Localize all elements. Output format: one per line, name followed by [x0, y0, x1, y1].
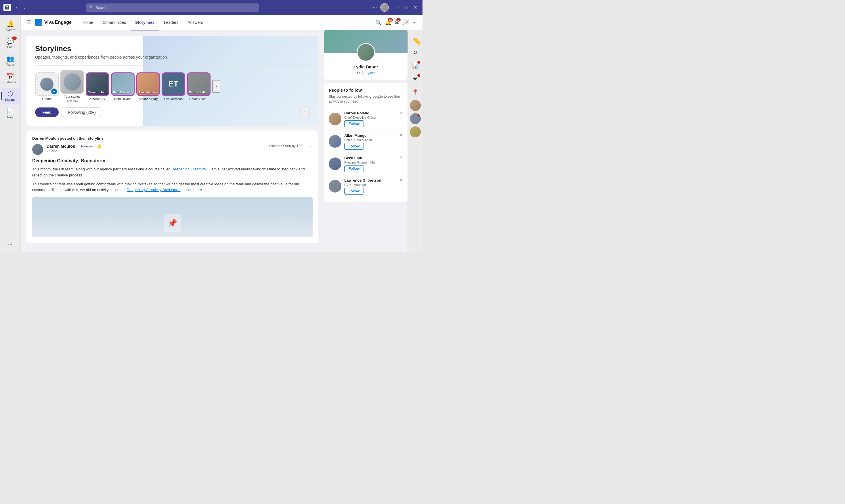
story-your-stories[interactable]: Your stories Just now: [61, 70, 84, 103]
profile-avatar[interactable]: [357, 43, 375, 61]
lawrence-follow-button[interactable]: Follow: [344, 187, 364, 195]
lawrence-avatar[interactable]: [329, 180, 341, 193]
carlos-name: Carlos Slatt...: [189, 91, 208, 94]
post-title: Deepening Creativity: Brainstorm: [32, 158, 313, 163]
chat-badge: 1: [12, 36, 17, 40]
rs-icon-smiley[interactable]: [410, 126, 421, 137]
files-icon: 📄: [6, 108, 14, 115]
rs-icon-group[interactable]: [410, 113, 421, 124]
nav-link-communities[interactable]: Communities: [98, 18, 130, 26]
post-header-poster: Darren Mouton: [32, 136, 59, 141]
profile-storyline-link[interactable]: ⚙ Storyline: [329, 71, 403, 75]
cecil-follow-button[interactable]: Follow: [344, 165, 364, 172]
feed-tab-following[interactable]: Following (20+): [61, 107, 103, 117]
storyline-gear-icon: ⚙: [357, 71, 360, 75]
rs-icon-avatar[interactable]: [410, 100, 421, 111]
main-content: ☰ Viva Engage Home Communities Storyline…: [21, 15, 422, 252]
nav-link-storylines[interactable]: Storylines: [131, 18, 159, 26]
sidebar-more-button[interactable]: ···: [8, 241, 12, 247]
cecil-close-button[interactable]: ✕: [399, 155, 403, 160]
close-button[interactable]: ✕: [412, 4, 419, 11]
post-stats: 1 share • Seen by 139: [268, 144, 302, 148]
allan-role: Senior Data & Appli...: [344, 138, 403, 142]
search-icon-nav[interactable]: 🔍: [375, 19, 382, 25]
people-to-follow-card: People to follow Stay connected by follo…: [324, 83, 408, 202]
person-item-cecil: Cecil Folk Principal Program Ma... Follo…: [329, 153, 403, 175]
post-more-button[interactable]: ⋯: [308, 144, 313, 149]
feed-filter-button[interactable]: ≡: [300, 107, 310, 117]
carole-close-button[interactable]: ✕: [399, 110, 403, 115]
minimize-button[interactable]: −: [395, 4, 401, 11]
post-link-2[interactable]: Deepening Creativity Brainstorm: [127, 187, 180, 192]
chart-badge: [417, 61, 420, 64]
notifications-icon[interactable]: 🔔12: [385, 19, 392, 25]
story-beth[interactable]: Beth Davies Beth Davies: [111, 72, 135, 101]
maximize-button[interactable]: □: [403, 4, 410, 11]
story-eva[interactable]: ET Eva Terrazas: [162, 72, 185, 101]
back-button[interactable]: ‹: [14, 4, 20, 11]
allan-close-button[interactable]: ✕: [399, 133, 403, 137]
profile-banner: [324, 30, 408, 53]
post-link-1[interactable]: Deepening Creativity: [171, 167, 206, 171]
more-options-icon[interactable]: ···: [373, 5, 377, 10]
sidebar-item-chat[interactable]: 1 💬 Chat: [1, 35, 20, 51]
sidebar-item-activity[interactable]: 🔔 Activity: [1, 18, 20, 34]
title-bar-left: T ‹ ›: [3, 4, 28, 11]
lawrence-close-button[interactable]: ✕: [399, 178, 403, 182]
search-icon: 🔍: [89, 5, 94, 10]
rs-icon-chart[interactable]: 📊: [410, 60, 421, 71]
rs-icon-refresh[interactable]: ↻: [410, 47, 421, 58]
left-sidebar: 🔔 Activity 1 💬 Chat 👥 Teams 📅 Calender ⬡…: [0, 15, 21, 252]
analytics-icon[interactable]: 📈: [403, 19, 409, 25]
heart-badge: [417, 74, 420, 77]
rs-icon-finger[interactable]: 👆 👆: [410, 34, 421, 45]
story-create[interactable]: + Create: [35, 72, 59, 101]
sidebar-item-files[interactable]: 📄 Files: [1, 106, 20, 121]
story-cameron[interactable]: Cameron Ev... Cameron Ev...: [86, 72, 109, 101]
post-see-more[interactable]: … see more: [182, 187, 202, 192]
window-controls: − □ ✕: [395, 4, 419, 11]
sidebar-item-teams[interactable]: 👥 Teams: [1, 53, 20, 69]
following-badge: Following: [81, 145, 94, 148]
cecil-avatar[interactable]: [329, 158, 341, 170]
your-stories-circle: [61, 70, 84, 94]
allan-avatar[interactable]: [329, 135, 341, 148]
forward-button[interactable]: ›: [21, 4, 28, 11]
sidebar-item-engage[interactable]: ⬡ Engage: [1, 88, 20, 104]
allan-name: Allan Munger: [344, 133, 403, 138]
rs-icon-pin[interactable]: 📍: [410, 87, 421, 98]
carole-role: Chief Executive Officer: [344, 116, 403, 119]
post-card: Darren Mouton posted on their storyline …: [27, 130, 318, 243]
carole-follow-button[interactable]: Follow: [344, 121, 364, 127]
sidebar-item-calendar[interactable]: 📅 Calender: [1, 70, 20, 86]
search-input[interactable]: [86, 3, 259, 12]
user-avatar-titlebar[interactable]: [380, 3, 389, 12]
teams-icon: 👥: [6, 55, 14, 62]
stories-next-button[interactable]: ›: [212, 80, 220, 92]
messages-icon[interactable]: ✉3: [395, 19, 399, 25]
feed-tab-feed[interactable]: Feed: [35, 107, 59, 117]
allan-follow-button[interactable]: Follow: [344, 143, 364, 150]
post-author-row: Darren Mouton • Following 🔔 2h ago 1 sha…: [32, 144, 313, 155]
nav-link-home[interactable]: Home: [79, 18, 97, 26]
active-indicator: [1, 92, 2, 100]
rs-icon-heart[interactable]: ❤: [410, 74, 421, 85]
notifications-badge: 12: [388, 18, 393, 21]
hamburger-button[interactable]: ☰: [27, 19, 31, 25]
story-carlos[interactable]: Carlos Slatt... Carlos Slatt...: [187, 72, 210, 101]
nav-link-answers[interactable]: Answers: [184, 18, 207, 26]
carole-avatar[interactable]: [329, 113, 341, 125]
post-author-avatar[interactable]: [32, 144, 43, 155]
person-item-lawrence: Lawrence Gilbertson CVP - Manager Follow…: [329, 175, 403, 197]
notification-settings-icon[interactable]: 🔔: [97, 144, 102, 148]
amanda-circle: Amanda Bary: [136, 72, 160, 96]
engage-icon: ⬡: [7, 90, 13, 98]
nav-link-leaders[interactable]: Leaders: [160, 18, 183, 26]
post-author-name[interactable]: Darren Mouton: [47, 144, 75, 148]
your-stories-sublabel: Just now: [66, 100, 77, 103]
teams-logo-icon: T: [3, 4, 11, 11]
person-item-carole: Carole Poland Chief Executive Officer Fo…: [329, 108, 403, 130]
story-amanda[interactable]: Amanda Bary Amanda Bary: [136, 72, 160, 101]
content-body: Storylines Updates, thoughts, and experi…: [21, 30, 422, 252]
nav-more-icon[interactable]: ···: [412, 19, 417, 25]
